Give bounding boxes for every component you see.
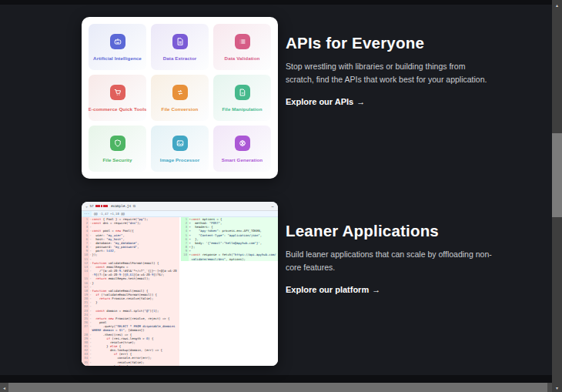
section-leaner-text: Leaner Applications Build leaner applica… — [286, 222, 505, 296]
explore-apis-link[interactable]: Explore our APIs→ — [286, 97, 365, 106]
diff-additions-pane: 1+const options = {2+ method: "POST",3+ … — [181, 217, 278, 366]
editor-header: ⌄ 57 example.js ⧉ ⋯ — [82, 202, 278, 211]
api-tile-label: Smart Generation — [222, 157, 263, 162]
bottom-edge-band — [0, 375, 552, 383]
section-apis-text: APIs for Everyone Stop wrestling with li… — [286, 34, 505, 108]
hunk-expand-button[interactable]: ··· — [82, 211, 92, 216]
kebab-menu-icon[interactable]: ⋯ — [271, 204, 274, 209]
api-tile-artificial-intelligence[interactable]: Artificial Intelligence — [89, 24, 146, 70]
line-number: 27 — [82, 324, 89, 332]
horizontal-scrollbar[interactable]: ◂ — [0, 383, 552, 392]
api-tile-label: Data Extractor — [163, 55, 197, 61]
diff-stat-square — [101, 205, 103, 207]
api-tile-smart-generation[interactable]: Smart Generation — [213, 126, 271, 172]
page-background: Artificial IntelligenceData ExtractorDat… — [0, 0, 562, 392]
api-tile-label: Artificial Intelligence — [93, 55, 142, 61]
diff-stat-square — [105, 205, 108, 207]
api-tile-label: File Security — [102, 157, 132, 162]
code-text: .query("SELECT * FROM disposable_domains… — [92, 324, 179, 332]
shopping-cart-icon — [110, 85, 125, 100]
code-line: 14- /^[a-zA-Z0-9.!#$%&'*+/=?^_`{|}~-]+@[… — [82, 269, 179, 276]
api-category-grid: Artificial IntelligenceData ExtractorDat… — [89, 24, 271, 172]
document-export-icon — [172, 34, 188, 49]
apis-description: Stop wrestling with libraries or buildin… — [286, 60, 495, 87]
leaner-heading: Leaner Applications — [286, 222, 505, 240]
api-tile-file-conversion[interactable]: File Conversion — [151, 75, 209, 121]
checklist-icon — [235, 34, 250, 49]
line-number: 14 — [82, 269, 89, 276]
code-line: 27- .query("SELECT * FROM disposable_dom… — [82, 324, 179, 332]
line-number: 10 — [181, 253, 189, 260]
scroll-left-button[interactable]: ◂ — [0, 383, 8, 392]
api-categories-card: Artificial IntelligenceData ExtractorDat… — [82, 17, 278, 179]
diff-stat-square — [98, 205, 100, 207]
shield-icon — [110, 136, 125, 151]
horizontal-scrollbar-thumb[interactable] — [8, 383, 547, 392]
diff-changes-count: 57 — [90, 204, 94, 208]
code-text: const response = fetch("https://api.apyh… — [192, 253, 278, 260]
code-text: } else { — [92, 364, 179, 366]
arrow-right-icon: → — [372, 285, 380, 294]
robot-icon — [110, 34, 125, 49]
editor-filename: example.js — [111, 204, 131, 208]
hunk-range-label: @@ -1,47 +1,10 @@ — [92, 211, 125, 216]
top-edge-band — [0, 0, 552, 5]
arrow-up-icon: ▴ — [556, 2, 558, 8]
api-tile-label: File Manipulation — [222, 106, 262, 112]
code-text: /^[a-zA-Z0-9.!#$%&'*+/=?^_`{|}~-]+@[a-zA… — [92, 269, 179, 276]
explore-apis-label: Explore our APIs — [286, 97, 353, 106]
code-line: 36- } else { — [82, 364, 179, 366]
diff-stat-square — [95, 205, 98, 207]
line-number: 36 — [82, 364, 89, 366]
diff-hunk-header: ··· @@ -1,47 +1,10 @@ — [82, 211, 278, 217]
diff-stat-squares — [95, 205, 108, 207]
copy-icon[interactable]: ⧉ — [133, 204, 135, 208]
api-tile-label: E-commerce Quick Tools — [89, 106, 146, 112]
image-icon — [172, 136, 188, 151]
code-editor-card: ⌄ 57 example.js ⧉ ⋯ ··· @@ -1,47 +1,10 @… — [82, 202, 278, 366]
sparkle-brain-icon — [235, 136, 250, 151]
explore-platform-link[interactable]: Explore our platform→ — [286, 285, 380, 294]
code-line: 10+const response = fetch("https://api.a… — [181, 253, 278, 260]
api-tile-e-commerce-quick-tools[interactable]: E-commerce Quick Tools — [89, 75, 146, 121]
api-tile-file-security[interactable]: File Security — [89, 126, 146, 172]
api-tile-file-manipulation[interactable]: File Manipulation — [213, 75, 271, 121]
explore-platform-label: Explore our platform — [286, 285, 369, 294]
api-tile-label: File Conversion — [162, 106, 199, 112]
leaner-description: Build leaner applications that can scale… — [286, 248, 495, 275]
diff-deletions-pane: 1-const { Pool } = require("pg");2-const… — [82, 217, 179, 366]
arrow-down-icon: ▾ — [556, 385, 558, 390]
scroll-up-button[interactable]: ▴ — [552, 0, 562, 9]
diff-body: 1-const { Pool } = require("pg");2-const… — [82, 217, 278, 366]
diff-stat-square — [103, 205, 105, 207]
api-tile-data-validation[interactable]: Data Validation — [213, 24, 271, 70]
vertical-scrollbar[interactable]: ▴ ▾ — [552, 0, 562, 392]
vertical-scrollbar-thumb[interactable] — [552, 133, 562, 217]
api-tile-image-processor[interactable]: Image Processor — [151, 126, 209, 172]
arrow-left-icon: ◂ — [3, 385, 5, 390]
arrow-right-icon: → — [356, 97, 365, 106]
file-edit-icon — [235, 85, 250, 100]
api-tile-label: Image Processor — [160, 157, 199, 162]
api-tile-label: Data Validation — [225, 55, 260, 61]
apis-heading: APIs for Everyone — [286, 34, 505, 52]
api-tile-data-extractor[interactable]: Data Extractor — [151, 24, 209, 70]
chevron-down-icon[interactable]: ⌄ — [85, 204, 88, 208]
scroll-down-button[interactable]: ▾ — [552, 383, 562, 392]
convert-arrows-icon — [172, 85, 188, 100]
